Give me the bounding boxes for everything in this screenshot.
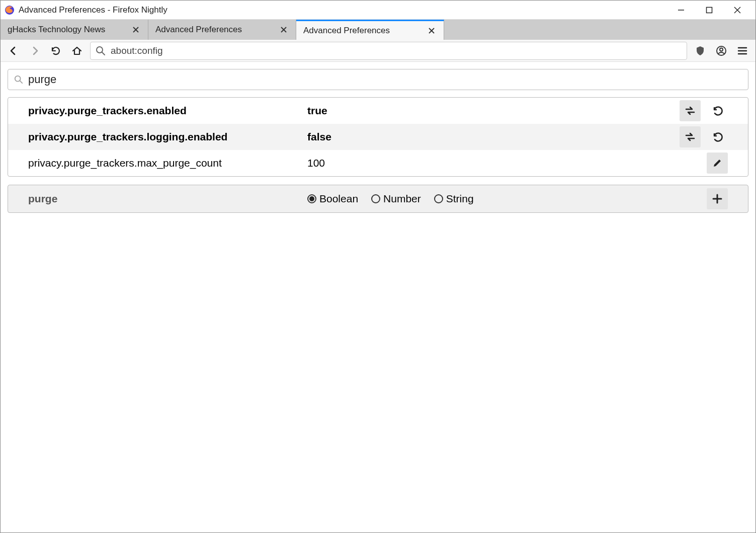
radio-label: Boolean xyxy=(319,193,358,205)
back-button[interactable] xyxy=(6,43,22,59)
radio-boolean[interactable]: Boolean xyxy=(307,193,358,205)
home-button[interactable] xyxy=(69,43,85,59)
svg-point-11 xyxy=(97,47,103,53)
pref-value: 100 xyxy=(307,157,707,169)
svg-point-18 xyxy=(15,76,21,82)
pref-actions xyxy=(707,153,728,174)
tab-bar: gHacks Technology News Advanced Preferen… xyxy=(1,20,755,40)
pref-row[interactable]: privacy.purge_trackers.enabled true xyxy=(8,98,748,124)
radio-label: Number xyxy=(383,193,421,205)
pref-actions xyxy=(680,126,728,147)
pref-value: false xyxy=(307,131,680,143)
reset-button[interactable] xyxy=(707,100,728,121)
shield-icon[interactable] xyxy=(692,43,708,59)
radio-string[interactable]: String xyxy=(434,193,474,205)
tab-label: Advanced Preferences xyxy=(303,26,427,36)
menu-icon[interactable] xyxy=(734,43,750,59)
tab-advanced-prefs-2[interactable]: Advanced Preferences xyxy=(296,20,444,40)
new-pref-types: Boolean Number String xyxy=(307,193,707,205)
toggle-button[interactable] xyxy=(680,100,701,121)
svg-point-14 xyxy=(720,48,723,51)
reload-button[interactable] xyxy=(48,43,64,59)
pref-search-value: purge xyxy=(28,73,56,86)
account-icon[interactable] xyxy=(713,43,729,59)
svg-rect-2 xyxy=(707,7,712,13)
search-icon xyxy=(14,75,23,84)
window-title: Advanced Preferences - Firefox Nightly xyxy=(19,5,667,15)
pref-value: true xyxy=(307,105,680,117)
pref-row[interactable]: privacy.purge_trackers.logging.enabled f… xyxy=(8,124,748,150)
prefs-table: privacy.purge_trackers.enabled true priv… xyxy=(8,97,748,177)
new-pref-row: purge Boolean Number String xyxy=(8,185,748,213)
radio-label: String xyxy=(446,193,474,205)
radio-icon xyxy=(434,194,443,203)
close-icon[interactable] xyxy=(427,26,437,36)
url-text: about:config xyxy=(111,45,163,56)
tab-ghacks[interactable]: gHacks Technology News xyxy=(1,20,148,40)
svg-line-19 xyxy=(20,81,23,84)
add-button[interactable] xyxy=(707,188,728,209)
url-bar[interactable]: about:config xyxy=(90,42,687,60)
tab-label: gHacks Technology News xyxy=(8,25,131,35)
pref-name: privacy.purge_trackers.logging.enabled xyxy=(28,131,307,143)
radio-number[interactable]: Number xyxy=(371,193,421,205)
pref-row[interactable]: privacy.purge_trackers.max_purge_count 1… xyxy=(8,150,748,176)
forward-button[interactable] xyxy=(27,43,43,59)
pref-name: privacy.purge_trackers.enabled xyxy=(28,105,307,117)
toggle-button[interactable] xyxy=(680,126,701,147)
minimize-button[interactable] xyxy=(667,2,695,18)
close-icon[interactable] xyxy=(131,25,141,35)
pref-search-input[interactable]: purge xyxy=(8,69,748,90)
reset-button[interactable] xyxy=(707,126,728,147)
search-icon xyxy=(96,46,106,56)
new-pref-name: purge xyxy=(28,193,307,205)
pref-actions xyxy=(680,100,728,121)
svg-line-12 xyxy=(102,52,105,55)
firefox-nightly-icon xyxy=(5,5,15,15)
close-icon[interactable] xyxy=(279,25,289,35)
navigation-toolbar: about:config xyxy=(1,40,755,62)
close-button[interactable] xyxy=(723,2,751,18)
tab-label: Advanced Preferences xyxy=(155,25,279,35)
radio-icon xyxy=(307,194,316,203)
window-controls xyxy=(667,2,751,18)
radio-icon xyxy=(371,194,380,203)
page-content: purge privacy.purge_trackers.enabled tru… xyxy=(1,62,755,220)
tab-advanced-prefs-1[interactable]: Advanced Preferences xyxy=(148,20,296,40)
pref-name: privacy.purge_trackers.max_purge_count xyxy=(28,157,307,169)
titlebar: Advanced Preferences - Firefox Nightly xyxy=(1,1,755,20)
maximize-button[interactable] xyxy=(695,2,723,18)
edit-button[interactable] xyxy=(707,153,728,174)
